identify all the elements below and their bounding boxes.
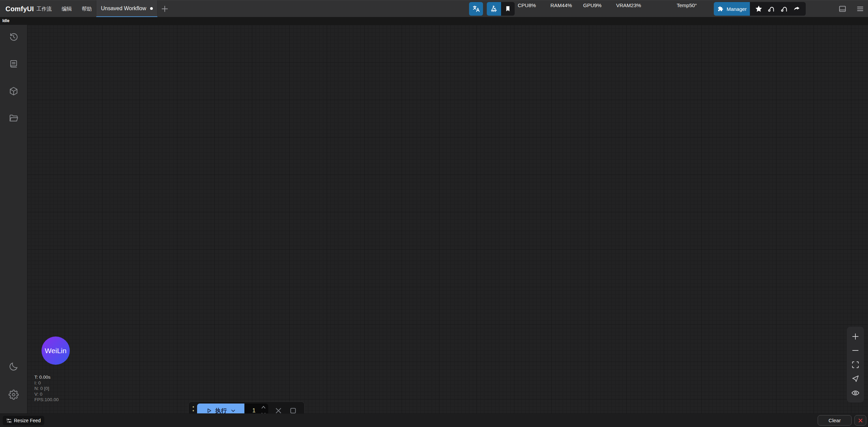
resize-arrows-icon <box>6 418 12 424</box>
play-icon <box>206 407 212 414</box>
close-feed-button[interactable] <box>854 415 866 426</box>
puzzle-icon <box>717 5 724 12</box>
gpu-temp: Temp50° <box>677 2 697 9</box>
main-menu-button[interactable] <box>856 4 865 13</box>
perf-visible: V: 0 <box>34 392 59 397</box>
sidebar-item-model-library[interactable] <box>9 86 19 96</box>
manager-button[interactable]: Manager <box>714 2 750 16</box>
bell-icon[interactable] <box>767 5 775 13</box>
moon-icon <box>9 361 19 372</box>
bottom-bar: Resize Feed Clear <box>0 413 868 427</box>
gpu-usage: GPU9% <box>583 2 601 9</box>
sidebar-item-history[interactable] <box>9 32 19 42</box>
bookmark-button[interactable] <box>501 2 515 16</box>
fit-view-icon <box>851 360 860 369</box>
bell-icon-2[interactable] <box>780 5 788 13</box>
topbar: ComfyUI 工作流 编辑 帮助 Unsaved Workflow <box>0 0 868 17</box>
cpu-usage: CPU8% <box>518 2 536 9</box>
folder-open-icon <box>9 113 19 123</box>
fit-view-button[interactable] <box>851 360 860 369</box>
clear-feed-button[interactable]: Clear <box>818 415 852 426</box>
plus-icon <box>160 4 169 13</box>
perf-fps: FPS:100.00 <box>34 397 59 403</box>
app-logo: ComfyUI <box>5 0 34 17</box>
cube-icon <box>9 86 19 96</box>
hamburger-icon <box>856 4 865 13</box>
mountain-icon <box>489 4 498 13</box>
navigation-arrow-icon <box>851 374 860 383</box>
vram-usage: VRAM23% <box>616 2 641 9</box>
bottom-panel-toggle[interactable] <box>838 4 847 13</box>
eye-icon <box>851 389 860 397</box>
red-x-icon <box>857 417 864 424</box>
status-text: Idle <box>2 18 10 23</box>
zoom-in-button[interactable] <box>851 332 860 341</box>
perf-time: T: 0.00s <box>34 375 59 380</box>
menu-edit[interactable]: 编辑 <box>62 0 72 17</box>
gear-icon <box>9 390 19 400</box>
plus-icon <box>851 332 860 341</box>
bookmark-icon <box>504 5 512 13</box>
panel-bottom-icon <box>838 4 847 13</box>
weilin-avatar-button[interactable]: WeiLin <box>42 336 70 365</box>
perf-nodes: N: 0 [0] <box>34 386 59 392</box>
share-icon[interactable] <box>793 5 801 13</box>
resize-feed-button[interactable]: Resize Feed <box>3 416 44 425</box>
book-icon <box>9 59 19 69</box>
stepper-up-icon[interactable] <box>261 405 266 410</box>
scenery-toggle-button[interactable] <box>487 2 501 16</box>
sidebar-item-theme-toggle[interactable] <box>9 361 19 372</box>
history-icon <box>9 32 19 42</box>
minus-icon <box>851 346 860 355</box>
menu-workflow[interactable]: 工作流 <box>36 0 52 17</box>
workflow-tab[interactable]: Unsaved Workflow <box>96 0 158 17</box>
workflow-tab-label: Unsaved Workflow <box>101 5 146 12</box>
toggle-links-visibility-button[interactable] <box>851 389 860 397</box>
star-icon[interactable] <box>755 5 763 13</box>
perf-iterations: I: 0 <box>34 380 59 386</box>
canvas-view-controls <box>847 327 864 403</box>
sidebar-item-settings[interactable] <box>9 390 19 400</box>
translate-button[interactable] <box>469 2 483 16</box>
resize-feed-label: Resize Feed <box>14 418 41 423</box>
comfyui-app: ComfyUI 工作流 编辑 帮助 Unsaved Workflow <box>0 0 868 427</box>
ram-usage: RAM44% <box>550 2 572 9</box>
sidebar-item-node-library[interactable] <box>9 59 19 69</box>
sidebar-item-workflows[interactable] <box>9 113 19 123</box>
select-mode-button[interactable] <box>851 374 860 383</box>
manager-quick-actions <box>750 2 806 16</box>
zoom-out-button[interactable] <box>851 346 860 355</box>
translate-icon <box>472 4 481 13</box>
avatar-label: WeiLin <box>45 347 67 355</box>
manager-label: Manager <box>726 6 746 12</box>
status-bar: Idle <box>0 17 868 25</box>
clear-label: Clear <box>829 417 841 423</box>
node-canvas[interactable]: WeiLin T: 0.00s I: 0 N: 0 [0] V: 0 FPS:1… <box>27 25 868 413</box>
new-workflow-button[interactable] <box>160 4 169 13</box>
unsaved-indicator-dot <box>150 7 153 10</box>
menu-help[interactable]: 帮助 <box>82 0 92 17</box>
chevron-down-icon[interactable] <box>230 408 236 414</box>
perf-overlay: T: 0.00s I: 0 N: 0 [0] V: 0 FPS:100.00 <box>34 375 59 403</box>
sidebar <box>0 25 27 413</box>
